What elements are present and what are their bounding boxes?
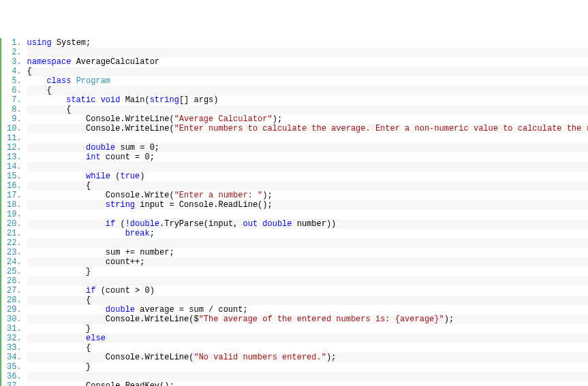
code-line: static void Main(string[] args): [27, 95, 588, 105]
code-line: {: [27, 105, 588, 114]
token-kw: using: [27, 38, 57, 48]
line-number: 10: [7, 124, 22, 133]
token-plain: .TryParse(input,: [159, 219, 243, 229]
token-plain: );: [273, 114, 282, 124]
line-number: 19: [7, 210, 22, 219]
token-kw: string: [150, 95, 179, 105]
token-kw: double: [130, 219, 159, 229]
line-number: 28: [7, 295, 22, 305]
line-number: 15: [7, 172, 22, 181]
code-line: [27, 372, 588, 381]
token-kw: string: [106, 200, 140, 210]
code-line: break;: [27, 229, 588, 238]
line-number: 34: [7, 353, 22, 362]
code-line: {: [27, 86, 588, 95]
line-number: 8: [7, 105, 22, 114]
code-line: {: [27, 67, 588, 76]
line-number: 7: [7, 95, 22, 105]
token-plain: Console.ReadKey();: [86, 381, 174, 386]
token-plain: AverageCalculator: [76, 57, 159, 67]
token-str: "Enter a number: ": [174, 191, 263, 200]
line-number: 3: [7, 57, 22, 67]
token-plain: }: [86, 267, 91, 276]
line-number: 21: [7, 229, 22, 238]
token-plain: );: [444, 315, 454, 324]
token-plain: ;: [150, 229, 155, 238]
token-kw: if: [106, 219, 121, 229]
line-number: 14: [7, 162, 22, 172]
code-line: {: [27, 295, 588, 305]
line-number: 33: [7, 343, 22, 353]
line-number: 13: [7, 152, 22, 162]
code-editor: 1234567891011121314151617181920212223242…: [0, 38, 588, 386]
code-line: while (true): [27, 172, 588, 181]
token-plain: {: [46, 86, 51, 95]
code-line: Console.WriteLine("Average Calculator");: [27, 114, 588, 124]
line-number: 17: [7, 191, 22, 200]
line-number: 25: [7, 267, 22, 276]
line-number: 9: [7, 114, 22, 124]
line-number: 2: [7, 48, 22, 57]
token-kw: class: [46, 76, 76, 86]
token-kw: double: [86, 143, 120, 152]
line-number: 35: [7, 362, 22, 372]
token-plain: {: [86, 181, 91, 191]
token-plain: [] args): [179, 95, 219, 105]
code-line: [27, 162, 588, 172]
code-line: string input = Console.ReadLine();: [27, 200, 588, 210]
code-line: [27, 276, 588, 286]
line-number: 18: [7, 200, 22, 210]
line-number: 23: [7, 248, 22, 257]
code-line: using System;: [27, 38, 588, 48]
code-line: }: [27, 324, 588, 334]
line-number: 30: [7, 315, 22, 324]
token-kw: int: [86, 152, 106, 162]
token-kw: double: [106, 305, 140, 315]
line-number: 11: [7, 133, 22, 143]
token-str: "The average of the entered numbers is: …: [199, 315, 444, 324]
line-number: 31: [7, 324, 22, 334]
line-number: 27: [7, 286, 22, 295]
line-number: 36: [7, 372, 22, 381]
token-plain: }: [86, 362, 91, 372]
code-line: {: [27, 181, 588, 191]
token-kw: namespace: [27, 57, 76, 67]
code-area: using System;namespace AverageCalculator…: [25, 38, 588, 386]
token-kw: out double: [243, 219, 296, 229]
token-plain: );: [326, 353, 336, 362]
token-plain: Console.WriteLine(: [86, 114, 174, 124]
line-number: 6: [7, 86, 22, 95]
token-str: "No valid numbers entered.": [194, 353, 326, 362]
token-plain: count = 0;: [106, 152, 155, 162]
token-plain: number)): [297, 219, 337, 229]
token-plain: Console.Write(: [106, 191, 174, 200]
token-plain: {: [66, 105, 71, 114]
token-plain: {: [86, 295, 91, 305]
line-number: 20: [7, 219, 22, 229]
code-line: {: [27, 343, 588, 353]
line-number: 16: [7, 181, 22, 191]
token-plain: {: [86, 343, 91, 353]
token-plain: Main(: [125, 95, 150, 105]
token-str: "Average Calculator": [174, 114, 273, 124]
code-line: Console.ReadKey();: [27, 381, 588, 386]
line-number: 26: [7, 276, 22, 286]
code-line: [27, 48, 588, 57]
line-number-gutter: 1234567891011121314151617181920212223242…: [1, 38, 25, 386]
token-plain: average = sum / count;: [140, 305, 247, 315]
token-kw: static void: [66, 95, 125, 105]
code-line: count++;: [27, 257, 588, 267]
code-line: [27, 210, 588, 219]
token-plain: input = Console.ReadLine();: [140, 200, 272, 210]
line-number: 5: [7, 76, 22, 86]
token-plain: (!: [120, 219, 129, 229]
code-line: }: [27, 267, 588, 276]
code-line: sum += number;: [27, 248, 588, 257]
code-line: namespace AverageCalculator: [27, 57, 588, 67]
code-line: double average = sum / count;: [27, 305, 588, 315]
token-plain: sum = 0;: [120, 143, 159, 152]
token-type: Program: [76, 76, 110, 86]
token-plain: Console.WriteLine($: [106, 315, 199, 324]
line-number: 32: [7, 334, 22, 343]
line-number: 4: [7, 67, 22, 76]
